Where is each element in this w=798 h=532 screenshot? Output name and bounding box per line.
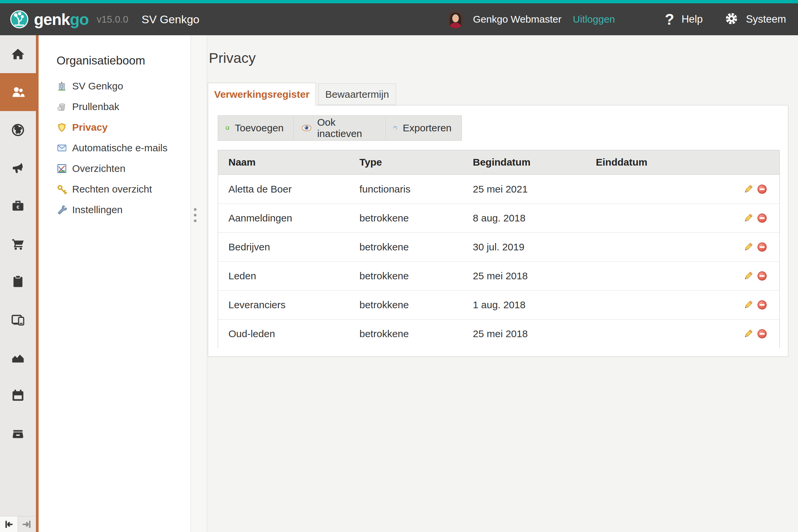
toolbar-button-ook-inactieven[interactable]: Ook inactieven [293,116,386,140]
cell-naam: Aanmeldingen [228,212,359,224]
cell-type: betrokkene [359,241,473,253]
edit-row-button[interactable] [743,328,754,339]
pencil-icon [743,271,754,281]
table-row: Ledenbetrokkene25 mei 2018 [218,261,779,290]
toolbar-button-label: Ook inactieven [317,117,386,139]
column-header-begindatum: Begindatum [473,157,596,168]
delete-row-button[interactable] [757,300,767,310]
rail-item-shop[interactable] [0,225,36,263]
app-header: genkgo v15.0.0 SV Genkgo Genkgo Webmaste… [0,3,798,35]
rail-footer [0,516,36,532]
rail-item-forms[interactable] [0,263,36,301]
building-icon [57,81,67,92]
delete-row-button[interactable] [757,328,767,339]
edit-row-button[interactable] [743,242,754,252]
toolbar-button-label: Exporteren [403,122,461,134]
edit-row-button[interactable] [743,271,754,281]
delete-row-button[interactable] [757,213,767,224]
area-chart-icon [10,350,25,365]
panel-resize-handle[interactable] [191,35,207,532]
brand-wordmark-primary: genk [34,11,70,28]
org-menu-item-label: SV Genkgo [72,80,123,92]
export-icon [393,122,397,134]
rail-item-calendar[interactable] [0,376,36,414]
help-icon: ? [665,10,674,28]
row-actions [702,328,779,339]
remove-icon [757,271,767,281]
help-button[interactable]: ? Help [665,10,703,28]
expand-right-button[interactable] [18,516,36,532]
org-sidebar: Organisatieboom SV GenkgoPrullenbakPriva… [39,35,191,532]
org-menu-item-automatische-e-mails[interactable]: Automatische e-mails [39,138,191,158]
rail-item-finance[interactable]: € [0,187,36,225]
globe-icon [10,122,25,138]
toolbar-button-label: Toevoegen [235,122,293,134]
rail-item-members[interactable] [0,73,36,111]
cart-icon [10,236,25,251]
edit-row-button[interactable] [743,213,754,224]
row-actions [702,271,779,281]
drag-dots-icon [194,208,196,225]
cell-begindatum: 25 mei 2018 [473,270,596,282]
cell-naam: Leden [228,270,359,282]
line-chart-icon [57,163,67,174]
delete-row-button[interactable] [757,271,767,281]
org-menu-item-rechten-overzicht[interactable]: Rechten overzicht [39,179,191,200]
top-accent-bar [0,0,798,3]
users-icon [10,84,25,100]
system-button[interactable]: Systeem [724,12,786,27]
org-menu-item-sv-genkgo[interactable]: SV Genkgo [39,76,191,96]
envelope-icon [57,142,67,153]
cell-naam: Oud-leden [228,328,359,340]
remove-icon [757,213,767,224]
table-row: Bedrijvenbetrokkene30 jul. 2019 [218,232,779,261]
org-menu-item-label: Privacy [72,122,108,133]
rail-item-home[interactable] [0,35,36,73]
org-menu-item-label: Rechten overzicht [72,184,152,195]
column-header-type: Type [359,157,473,168]
delete-row-button[interactable] [757,242,767,252]
brand-area: genkgo v15.0.0 SV Genkgo [0,10,200,28]
cell-begindatum: 8 aug. 2018 [473,212,596,224]
tab-bewaartermijn[interactable]: Bewaartermijn [318,83,396,105]
version-label: v15.0.0 [97,14,128,25]
rail-item-communication[interactable] [0,149,36,187]
page-title: Privacy [209,50,256,66]
org-menu-item-overzichten[interactable]: Overzichten [39,158,191,179]
collapse-left-button[interactable] [0,516,18,532]
toolbar-button-toevoegen[interactable]: Toevoegen [218,116,293,140]
rail-item-archive[interactable] [0,414,36,452]
tab-verwerkingsregister[interactable]: Verwerkingsregister [208,83,316,106]
org-menu: SV GenkgoPrullenbakPrivacyAutomatische e… [39,76,191,220]
delete-row-button[interactable] [757,184,767,194]
org-menu-item-label: Prullenbak [72,101,119,112]
icon-rail: € [0,35,36,516]
eye-icon [301,122,312,134]
system-label: Systeem [746,13,786,25]
edit-row-button[interactable] [743,184,754,194]
cell-naam: Leveranciers [228,299,359,310]
row-actions [702,242,779,252]
user-name: Genkgo Webmaster [473,14,562,25]
rail-item-statistics[interactable] [0,339,36,376]
cell-naam: Bedrijven [228,241,359,253]
cell-begindatum: 25 mei 2018 [473,328,596,340]
org-sidebar-title: Organisatieboom [57,54,145,67]
user-area: Genkgo Webmaster Uitloggen ? Help Systee… [446,10,798,28]
pencil-icon [743,184,754,194]
cell-begindatum: 1 aug. 2018 [473,299,596,310]
remove-icon [757,328,767,339]
table-row: Leveranciersbetrokkene1 aug. 2018 [218,290,779,319]
site-title: SV Genkgo [141,13,200,26]
rail-item-devices[interactable] [0,301,36,339]
rail-item-website[interactable] [0,111,36,149]
org-menu-item-privacy[interactable]: Privacy [39,117,191,138]
edit-row-button[interactable] [743,300,754,310]
org-menu-item-prullenbak[interactable]: Prullenbak [39,96,191,117]
avatar[interactable] [446,10,464,28]
logout-link[interactable]: Uitloggen [573,14,615,25]
shield-icon [57,122,67,133]
org-menu-item-instellingen[interactable]: Instellingen [39,200,191,220]
add-icon [225,122,229,134]
toolbar-button-exporteren[interactable]: Exporteren [386,116,461,140]
